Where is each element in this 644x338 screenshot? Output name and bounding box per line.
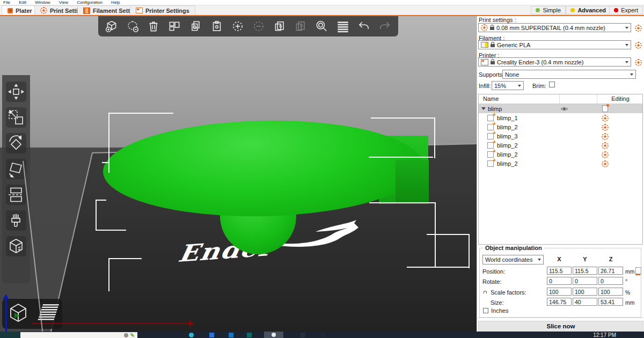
add-instance-icon[interactable] xyxy=(230,18,246,34)
filament-select[interactable]: Generic PLA xyxy=(478,40,631,49)
object-row[interactable]: blimp_1 xyxy=(479,113,642,122)
taskbar-app-icon[interactable] xyxy=(209,333,214,337)
split-to-parts-icon[interactable]: P xyxy=(292,18,309,34)
size-y-input[interactable]: 40 xyxy=(573,298,597,306)
taskbar-app-icon[interactable] xyxy=(189,333,194,337)
printer-value: Creality Ender-3 (0.4 mm nozzle) xyxy=(497,59,623,65)
paint-supports-tool-icon[interactable] xyxy=(6,210,26,231)
column-editing: Editing xyxy=(598,95,643,102)
3d-editor-view-icon[interactable] xyxy=(6,301,30,327)
object-name: blimp_2 xyxy=(497,160,518,167)
view-toolbar xyxy=(2,299,62,329)
taskbar-corner[interactable] xyxy=(0,332,20,338)
mode-expert-button[interactable]: Expert xyxy=(609,6,643,14)
infill-select[interactable]: 15% xyxy=(492,81,524,90)
scale-tool-icon[interactable] xyxy=(6,107,26,128)
yellow-dot-icon xyxy=(570,8,575,12)
object-row[interactable]: blimp_2 xyxy=(479,150,642,159)
paste-icon[interactable] xyxy=(209,18,225,34)
taskbar-active-app[interactable] xyxy=(264,332,283,338)
brim-checkbox[interactable] xyxy=(549,82,555,87)
size-z-input[interactable]: 53.41 xyxy=(598,298,623,306)
left-toolbar xyxy=(2,75,30,283)
chevron-down-icon xyxy=(625,61,628,63)
rotate-z-input[interactable]: 0 xyxy=(598,277,623,285)
scale-x-input[interactable]: 100 xyxy=(547,288,572,296)
object-row-blimp[interactable]: blimp xyxy=(479,104,642,113)
object-row[interactable]: blimp_2 xyxy=(479,122,642,131)
menu-help[interactable]: Help xyxy=(111,0,120,5)
undo-icon[interactable] xyxy=(356,18,372,34)
part-settings-gear-icon[interactable] xyxy=(602,115,609,122)
taskbar-app-icon[interactable] xyxy=(229,333,233,337)
part-settings-gear-icon[interactable] xyxy=(602,142,609,149)
size-x-input[interactable]: 146.75 xyxy=(547,298,572,306)
viewport-3d[interactable]: Ender 0 P xyxy=(0,16,477,332)
coordinates-select[interactable]: World coordinates xyxy=(482,255,544,264)
rotate-x-input[interactable]: 0 xyxy=(547,277,572,285)
split-to-objects-icon[interactable]: 0 xyxy=(272,18,288,34)
add-model-icon[interactable] xyxy=(104,18,120,34)
brim-label: Brim: xyxy=(532,83,546,89)
seam-painting-tool-icon[interactable] xyxy=(6,236,26,256)
tab-plater[interactable]: Plater xyxy=(2,5,38,15)
model-blimp-near-fin[interactable] xyxy=(396,160,429,204)
position-y-input[interactable]: 115.5 xyxy=(573,267,597,275)
position-x-input[interactable]: 115.5 xyxy=(547,267,572,275)
menu-view[interactable]: View xyxy=(59,0,68,5)
scale-y-input[interactable]: 100 xyxy=(573,288,597,296)
rotate-tool-icon[interactable] xyxy=(6,133,26,153)
taskbar-app-icon[interactable] xyxy=(321,333,326,337)
edit-print-settings-button[interactable] xyxy=(635,25,642,32)
scale-unit: % xyxy=(625,289,630,296)
x-axis-line xyxy=(32,323,193,324)
leaf-icon xyxy=(130,333,134,337)
object-row[interactable]: blimp_3 xyxy=(479,131,642,141)
delete-model-icon[interactable] xyxy=(125,18,141,34)
move-tool-icon[interactable] xyxy=(6,82,26,102)
filament-spool-icon xyxy=(83,8,90,14)
cut-tool-icon[interactable] xyxy=(6,185,26,205)
redo-icon[interactable] xyxy=(377,18,393,34)
mode-advanced-button[interactable]: Advanced xyxy=(566,6,611,14)
menu-configuration[interactable]: Configuration xyxy=(77,0,103,5)
copy-icon[interactable] xyxy=(188,18,204,34)
tab-printer-settings[interactable]: Printer Settings xyxy=(130,5,195,15)
taskbar-app-icon[interactable] xyxy=(247,333,252,337)
print-settings-select[interactable]: 0.08 mm SUPERDETAIL (0.4 mm nozzle) xyxy=(478,23,631,32)
search-icon[interactable] xyxy=(313,18,330,34)
svg-text:P: P xyxy=(300,23,304,29)
part-settings-gear-icon[interactable] xyxy=(602,124,609,131)
taskbar-app-icon[interactable] xyxy=(301,333,305,337)
inches-checkbox[interactable] xyxy=(483,308,488,313)
taskbar-search-box[interactable] xyxy=(20,332,137,338)
part-settings-gear-icon[interactable] xyxy=(602,133,609,140)
position-unit: mm xyxy=(625,268,635,275)
menu-window[interactable]: Window xyxy=(35,0,50,5)
expander-icon[interactable] xyxy=(481,107,486,110)
object-row[interactable]: blimp_2 xyxy=(479,159,642,168)
object-row[interactable]: blimp_2 xyxy=(479,141,642,150)
rotate-y-input[interactable]: 0 xyxy=(573,277,597,285)
menu-edit[interactable]: Edit xyxy=(19,0,26,5)
menu-file[interactable]: File xyxy=(3,0,10,5)
remove-instance-icon[interactable] xyxy=(251,18,267,34)
part-settings-gear-icon[interactable] xyxy=(602,151,609,158)
position-z-input[interactable]: 26.71 xyxy=(598,267,623,275)
delete-all-icon[interactable] xyxy=(145,18,162,34)
part-settings-gear-icon[interactable] xyxy=(602,160,609,167)
mode-simple-button[interactable]: Simple xyxy=(531,6,566,14)
column-name: Name xyxy=(483,95,499,102)
eye-icon[interactable] xyxy=(560,106,568,112)
edit-object-icon[interactable] xyxy=(602,105,608,112)
drop-to-bed-icon[interactable] xyxy=(635,267,641,274)
chevron-down-icon xyxy=(625,27,628,29)
arrange-icon[interactable] xyxy=(166,18,182,34)
edit-printer-button[interactable] xyxy=(635,59,642,66)
variable-layer-height-icon[interactable] xyxy=(335,18,351,34)
scale-z-input[interactable]: 100 xyxy=(598,288,623,296)
edit-filament-button[interactable] xyxy=(635,42,642,49)
slice-now-button[interactable]: Slice now xyxy=(478,321,643,332)
supports-select[interactable]: None xyxy=(502,70,636,79)
printer-select[interactable]: Creality Ender-3 (0.4 mm nozzle) xyxy=(478,57,631,67)
